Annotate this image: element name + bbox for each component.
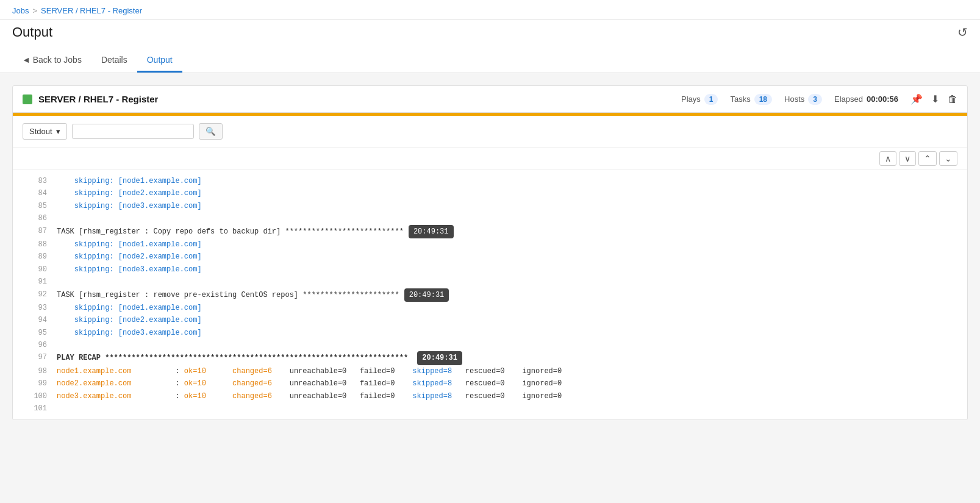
stat-value: [395, 392, 413, 401]
pin-icon[interactable]: 📌: [910, 93, 923, 105]
scroll-bottom-button[interactable]: ⌄: [939, 151, 957, 166]
line-number: 89: [23, 251, 47, 263]
stat-value: skipped=8: [412, 379, 452, 388]
line-number: 101: [23, 402, 47, 415]
line-number: 90: [23, 263, 47, 276]
stat-value: failed=0: [346, 379, 395, 388]
line-number: 87: [23, 225, 47, 237]
tasks-stat: Tasks 18: [730, 94, 772, 105]
log-navigation: ∧ ∨ ⌃ ⌄: [13, 148, 967, 170]
tab-details[interactable]: Details: [91, 49, 137, 73]
line-content: skipping: [node1.example.com]: [57, 238, 202, 251]
hosts-stat: Hosts 3: [784, 94, 822, 105]
stat-value: changed=6: [206, 392, 272, 401]
plays-stat: Plays 1: [681, 94, 718, 105]
line-content: skipping: [node2.example.com]: [57, 187, 202, 199]
job-stats: Plays 1 Tasks 18 Hosts 3 Elapsed 00:00:5…: [681, 93, 957, 105]
search-input[interactable]: [77, 127, 188, 136]
search-box: [72, 124, 194, 139]
log-line: 88 skipping: [node1.example.com]: [13, 238, 967, 251]
dropdown-arrow-icon: ▾: [56, 127, 60, 136]
stdout-dropdown[interactable]: Stdout ▾: [23, 123, 67, 140]
line-content: skipping: [node3.example.com]: [57, 200, 202, 212]
line-content: skipping: [node2.example.com]: [57, 314, 202, 326]
line-content: node3.example.com : ok=10 changed=6 unre…: [57, 390, 562, 402]
line-number: 94: [23, 314, 47, 326]
line-number: 85: [23, 200, 47, 212]
breadcrumb-jobs-link[interactable]: Jobs: [12, 6, 29, 15]
job-name-row: SERVER / RHEL7 - Register: [23, 94, 158, 104]
line-content: skipping: [node2.example.com]: [57, 251, 202, 263]
log-line: 84 skipping: [node2.example.com]: [13, 187, 967, 199]
scroll-down-button[interactable]: ∨: [899, 151, 916, 166]
download-icon[interactable]: ⬇: [931, 93, 939, 105]
line-number: 99: [23, 377, 47, 390]
line-content: PLAY RECAP *****************************…: [57, 351, 462, 365]
host-name: node1.example.com: [57, 367, 131, 376]
job-name: SERVER / RHEL7 - Register: [38, 94, 158, 104]
log-line: 86: [13, 212, 967, 224]
stat-value: ignored=0: [505, 392, 562, 401]
tab-back-to-jobs[interactable]: ◄ Back to Jobs: [12, 49, 91, 73]
stat-value: unreachable=0: [272, 367, 346, 376]
line-number: 96: [23, 339, 47, 351]
line-content: TASK [rhsm_register : remove pre-existin…: [57, 288, 449, 302]
log-line: 90 skipping: [node3.example.com]: [13, 263, 967, 276]
tasks-value: 18: [754, 94, 772, 105]
log-line: 85 skipping: [node3.example.com]: [13, 200, 967, 212]
log-line: 95 skipping: [node3.example.com]: [13, 327, 967, 339]
stat-value: [395, 379, 413, 388]
log-line: 101: [13, 402, 967, 415]
delete-icon[interactable]: 🗑: [948, 94, 957, 105]
timestamp-badge: 20:49:31: [417, 351, 462, 365]
stat-value: ok=10: [184, 392, 206, 401]
breadcrumb-sep: >: [32, 6, 37, 15]
stat-value: changed=6: [206, 367, 272, 376]
stat-value: skipped=8: [412, 367, 452, 376]
scroll-up-button[interactable]: ∧: [879, 151, 896, 166]
nav-tabs: ◄ Back to Jobs Details Output: [0, 49, 980, 73]
tab-output[interactable]: Output: [137, 49, 182, 73]
host-name: node3.example.com: [57, 392, 131, 401]
line-content: skipping: [node1.example.com]: [57, 302, 202, 314]
line-number: 83: [23, 175, 47, 187]
elapsed-value: 00:00:56: [867, 95, 898, 104]
log-line: 100node3.example.com : ok=10 changed=6 u…: [13, 390, 967, 402]
line-content: skipping: [node3.example.com]: [57, 263, 202, 276]
plays-value: 1: [704, 94, 718, 105]
page-title: Output: [12, 24, 52, 40]
stat-value: ignored=0: [505, 379, 562, 388]
line-number: 88: [23, 238, 47, 251]
search-icon: 🔍: [206, 127, 216, 136]
stat-value: ok=10: [184, 379, 206, 388]
log-line: 94 skipping: [node2.example.com]: [13, 314, 967, 326]
hosts-value: 3: [808, 94, 822, 105]
output-controls: Stdout ▾ 🔍: [13, 116, 967, 148]
log-line: 89 skipping: [node2.example.com]: [13, 251, 967, 263]
line-number: 97: [23, 351, 47, 363]
stat-value: unreachable=0: [272, 392, 346, 401]
log-line: 98node1.example.com : ok=10 changed=6 un…: [13, 365, 967, 377]
history-icon[interactable]: ↺: [957, 25, 968, 40]
scroll-top-button[interactable]: ⌃: [918, 151, 937, 166]
line-number: 86: [23, 212, 47, 224]
stat-value: ok=10: [184, 367, 206, 376]
page-header: Output ↺: [0, 20, 980, 49]
line-number: 92: [23, 288, 47, 301]
line-content: node2.example.com : ok=10 changed=6 unre…: [57, 377, 562, 390]
timestamp-badge: 20:49:31: [409, 225, 454, 238]
stat-value: rescued=0: [452, 379, 504, 388]
stat-value: skipped=8: [412, 392, 452, 401]
hosts-label: Hosts: [784, 95, 804, 104]
stat-value: rescued=0: [452, 367, 504, 376]
line-number: 100: [23, 390, 47, 402]
stat-value: failed=0: [346, 392, 395, 401]
log-line: 97PLAY RECAP ***************************…: [13, 351, 967, 365]
search-button[interactable]: 🔍: [199, 123, 223, 140]
status-indicator: [23, 95, 32, 104]
stdout-label: Stdout: [29, 127, 52, 136]
line-number: 93: [23, 302, 47, 314]
line-content: skipping: [node1.example.com]: [57, 175, 202, 187]
job-card-header: SERVER / RHEL7 - Register Plays 1 Tasks …: [13, 86, 967, 113]
log-line: 91: [13, 276, 967, 288]
